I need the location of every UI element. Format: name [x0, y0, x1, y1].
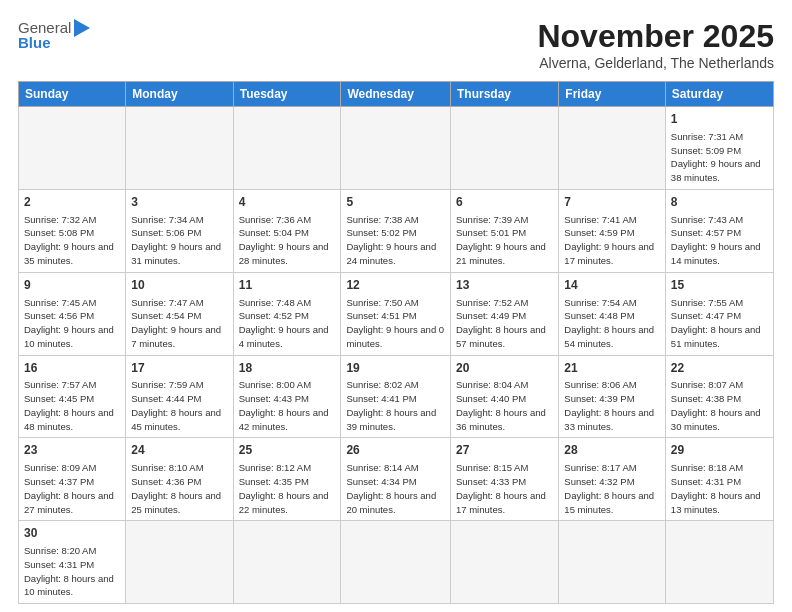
day-info: Sunrise: 8:06 AM Sunset: 4:39 PM Dayligh… [564, 378, 660, 433]
col-sunday: Sunday [19, 82, 126, 107]
calendar-cell [126, 107, 233, 190]
day-number: 10 [131, 277, 227, 294]
title-block: November 2025 Alverna, Gelderland, The N… [537, 18, 774, 71]
calendar-cell: 17Sunrise: 7:59 AM Sunset: 4:44 PM Dayli… [126, 355, 233, 438]
day-number: 27 [456, 442, 553, 459]
col-wednesday: Wednesday [341, 82, 451, 107]
calendar-cell: 12Sunrise: 7:50 AM Sunset: 4:51 PM Dayli… [341, 272, 451, 355]
day-number: 3 [131, 194, 227, 211]
calendar-cell: 10Sunrise: 7:47 AM Sunset: 4:54 PM Dayli… [126, 272, 233, 355]
day-number: 25 [239, 442, 336, 459]
day-info: Sunrise: 8:02 AM Sunset: 4:41 PM Dayligh… [346, 378, 445, 433]
calendar-cell [451, 521, 559, 604]
day-info: Sunrise: 8:00 AM Sunset: 4:43 PM Dayligh… [239, 378, 336, 433]
day-number: 4 [239, 194, 336, 211]
header: General Blue November 2025 Alverna, Geld… [18, 18, 774, 71]
day-info: Sunrise: 7:48 AM Sunset: 4:52 PM Dayligh… [239, 296, 336, 351]
day-number: 30 [24, 525, 120, 542]
day-number: 14 [564, 277, 660, 294]
calendar-cell: 4Sunrise: 7:36 AM Sunset: 5:04 PM Daylig… [233, 189, 341, 272]
calendar-cell: 3Sunrise: 7:34 AM Sunset: 5:06 PM Daylig… [126, 189, 233, 272]
day-number: 28 [564, 442, 660, 459]
logo: General Blue [18, 18, 90, 51]
calendar-cell: 24Sunrise: 8:10 AM Sunset: 4:36 PM Dayli… [126, 438, 233, 521]
calendar: Sunday Monday Tuesday Wednesday Thursday… [18, 81, 774, 604]
day-number: 23 [24, 442, 120, 459]
day-info: Sunrise: 7:39 AM Sunset: 5:01 PM Dayligh… [456, 213, 553, 268]
day-number: 16 [24, 360, 120, 377]
calendar-cell [341, 107, 451, 190]
day-number: 19 [346, 360, 445, 377]
subtitle: Alverna, Gelderland, The Netherlands [537, 55, 774, 71]
calendar-cell: 11Sunrise: 7:48 AM Sunset: 4:52 PM Dayli… [233, 272, 341, 355]
day-info: Sunrise: 8:12 AM Sunset: 4:35 PM Dayligh… [239, 461, 336, 516]
calendar-cell [341, 521, 451, 604]
day-number: 22 [671, 360, 768, 377]
day-number: 17 [131, 360, 227, 377]
day-info: Sunrise: 7:55 AM Sunset: 4:47 PM Dayligh… [671, 296, 768, 351]
calendar-cell [665, 521, 773, 604]
day-number: 11 [239, 277, 336, 294]
day-info: Sunrise: 8:18 AM Sunset: 4:31 PM Dayligh… [671, 461, 768, 516]
calendar-header-row: Sunday Monday Tuesday Wednesday Thursday… [19, 82, 774, 107]
day-info: Sunrise: 7:59 AM Sunset: 4:44 PM Dayligh… [131, 378, 227, 433]
calendar-cell: 15Sunrise: 7:55 AM Sunset: 4:47 PM Dayli… [665, 272, 773, 355]
calendar-cell: 21Sunrise: 8:06 AM Sunset: 4:39 PM Dayli… [559, 355, 666, 438]
calendar-cell: 1Sunrise: 7:31 AM Sunset: 5:09 PM Daylig… [665, 107, 773, 190]
col-monday: Monday [126, 82, 233, 107]
day-info: Sunrise: 8:07 AM Sunset: 4:38 PM Dayligh… [671, 378, 768, 433]
calendar-cell: 16Sunrise: 7:57 AM Sunset: 4:45 PM Dayli… [19, 355, 126, 438]
calendar-cell: 26Sunrise: 8:14 AM Sunset: 4:34 PM Dayli… [341, 438, 451, 521]
day-number: 2 [24, 194, 120, 211]
day-number: 24 [131, 442, 227, 459]
calendar-cell: 20Sunrise: 8:04 AM Sunset: 4:40 PM Dayli… [451, 355, 559, 438]
day-info: Sunrise: 7:47 AM Sunset: 4:54 PM Dayligh… [131, 296, 227, 351]
calendar-cell: 13Sunrise: 7:52 AM Sunset: 4:49 PM Dayli… [451, 272, 559, 355]
calendar-cell: 18Sunrise: 8:00 AM Sunset: 4:43 PM Dayli… [233, 355, 341, 438]
day-info: Sunrise: 7:50 AM Sunset: 4:51 PM Dayligh… [346, 296, 445, 351]
calendar-cell: 25Sunrise: 8:12 AM Sunset: 4:35 PM Dayli… [233, 438, 341, 521]
day-number: 6 [456, 194, 553, 211]
col-thursday: Thursday [451, 82, 559, 107]
day-info: Sunrise: 7:38 AM Sunset: 5:02 PM Dayligh… [346, 213, 445, 268]
calendar-cell [559, 107, 666, 190]
col-tuesday: Tuesday [233, 82, 341, 107]
day-number: 8 [671, 194, 768, 211]
day-info: Sunrise: 8:04 AM Sunset: 4:40 PM Dayligh… [456, 378, 553, 433]
day-info: Sunrise: 8:14 AM Sunset: 4:34 PM Dayligh… [346, 461, 445, 516]
calendar-cell: 19Sunrise: 8:02 AM Sunset: 4:41 PM Dayli… [341, 355, 451, 438]
calendar-cell: 29Sunrise: 8:18 AM Sunset: 4:31 PM Dayli… [665, 438, 773, 521]
calendar-cell [233, 107, 341, 190]
day-number: 12 [346, 277, 445, 294]
day-number: 1 [671, 111, 768, 128]
day-number: 29 [671, 442, 768, 459]
calendar-cell: 28Sunrise: 8:17 AM Sunset: 4:32 PM Dayli… [559, 438, 666, 521]
day-info: Sunrise: 8:15 AM Sunset: 4:33 PM Dayligh… [456, 461, 553, 516]
day-info: Sunrise: 7:34 AM Sunset: 5:06 PM Dayligh… [131, 213, 227, 268]
day-number: 9 [24, 277, 120, 294]
calendar-cell: 2Sunrise: 7:32 AM Sunset: 5:08 PM Daylig… [19, 189, 126, 272]
calendar-cell: 9Sunrise: 7:45 AM Sunset: 4:56 PM Daylig… [19, 272, 126, 355]
day-info: Sunrise: 7:31 AM Sunset: 5:09 PM Dayligh… [671, 130, 768, 185]
calendar-cell: 22Sunrise: 8:07 AM Sunset: 4:38 PM Dayli… [665, 355, 773, 438]
calendar-cell: 6Sunrise: 7:39 AM Sunset: 5:01 PM Daylig… [451, 189, 559, 272]
calendar-cell: 5Sunrise: 7:38 AM Sunset: 5:02 PM Daylig… [341, 189, 451, 272]
day-info: Sunrise: 8:10 AM Sunset: 4:36 PM Dayligh… [131, 461, 227, 516]
calendar-cell: 27Sunrise: 8:15 AM Sunset: 4:33 PM Dayli… [451, 438, 559, 521]
calendar-cell [559, 521, 666, 604]
calendar-cell: 14Sunrise: 7:54 AM Sunset: 4:48 PM Dayli… [559, 272, 666, 355]
day-number: 7 [564, 194, 660, 211]
day-info: Sunrise: 8:09 AM Sunset: 4:37 PM Dayligh… [24, 461, 120, 516]
day-info: Sunrise: 8:17 AM Sunset: 4:32 PM Dayligh… [564, 461, 660, 516]
page: General Blue November 2025 Alverna, Geld… [0, 0, 792, 612]
calendar-cell: 30Sunrise: 8:20 AM Sunset: 4:31 PM Dayli… [19, 521, 126, 604]
month-title: November 2025 [537, 18, 774, 55]
logo-triangle [74, 19, 90, 37]
calendar-cell [233, 521, 341, 604]
day-number: 20 [456, 360, 553, 377]
calendar-cell [451, 107, 559, 190]
day-info: Sunrise: 7:54 AM Sunset: 4:48 PM Dayligh… [564, 296, 660, 351]
day-number: 13 [456, 277, 553, 294]
calendar-cell [19, 107, 126, 190]
calendar-cell [126, 521, 233, 604]
